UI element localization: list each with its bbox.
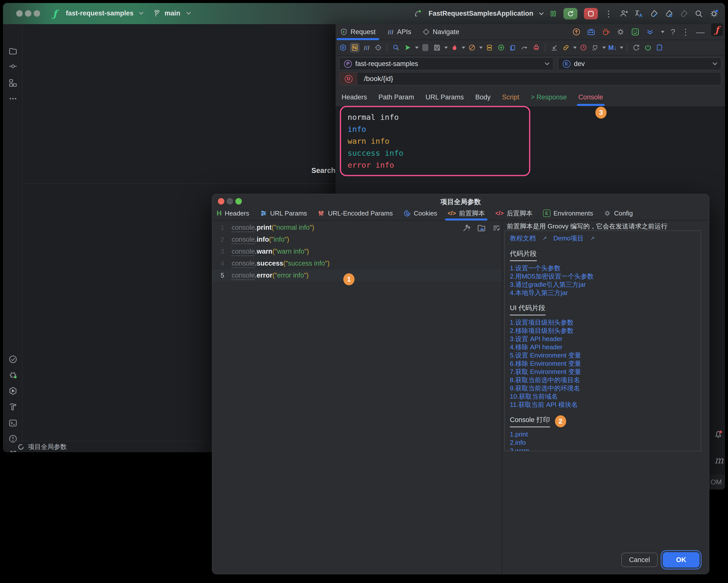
stop-button[interactable] <box>584 8 598 20</box>
import-api-icon[interactable] <box>549 43 559 53</box>
demo-link[interactable]: Demo项目 <box>553 234 583 243</box>
collection-flame-icon[interactable] <box>449 43 460 53</box>
ok-button[interactable]: OK <box>663 552 700 567</box>
tab-script[interactable]: Script <box>502 88 519 106</box>
profiler-run-icon[interactable] <box>650 9 658 18</box>
soft-wrap-icon[interactable] <box>492 223 501 232</box>
project-select[interactable]: P fast-request-samples <box>339 57 554 70</box>
github-sync-icon[interactable] <box>590 43 600 53</box>
dialog-tab-post-script[interactable]: </> 后置脚本 <box>495 206 532 220</box>
add-circle-icon[interactable] <box>496 43 506 53</box>
tab-console[interactable]: Console <box>578 88 603 106</box>
build-tool-icon[interactable] <box>8 402 18 411</box>
dropdown-arrow-icon[interactable] <box>444 47 448 49</box>
help-icon[interactable]: ? <box>671 27 675 37</box>
search-everywhere-icon[interactable] <box>695 9 703 18</box>
copy-link-icon[interactable] <box>561 43 571 53</box>
dialog-tab-headers[interactable]: H Headers <box>217 206 249 220</box>
request-config-icon[interactable] <box>350 43 360 53</box>
clean-cache-icon[interactable] <box>531 43 541 53</box>
snippet-link[interactable]: 1.print <box>510 430 696 439</box>
snippet-link[interactable]: 3.通过gradle引入第三方jar <box>510 281 696 289</box>
history-clock-icon[interactable] <box>578 43 589 53</box>
cancel-button[interactable]: Cancel <box>621 553 658 567</box>
script-code-editor[interactable]: 1 console.print("normal info") 2 console… <box>212 221 502 574</box>
magic-wand-icon[interactable] <box>462 223 471 232</box>
pause-icon[interactable] <box>549 9 557 18</box>
dialog-tab-cookies[interactable]: Cookies <box>404 206 437 220</box>
code-line[interactable]: 4 console.success("success info") <box>212 257 502 269</box>
tab-url-params[interactable]: URL Params <box>425 88 464 106</box>
tab-response[interactable]: > Response <box>531 88 567 106</box>
snippet-link[interactable]: 4.移除 API header <box>510 343 696 351</box>
window-zoom-button[interactable] <box>34 10 40 17</box>
debug-tool-icon[interactable] <box>8 370 18 379</box>
services-tool-icon[interactable] <box>8 386 18 395</box>
locate-api-icon[interactable] <box>373 43 383 53</box>
rerun-button[interactable] <box>564 8 577 20</box>
api-statistics-icon[interactable] <box>362 43 371 53</box>
tab-request[interactable]: Request <box>340 24 376 39</box>
snippet-link[interactable]: 1.设置项目级别头参数 <box>510 318 696 327</box>
snippet-link[interactable]: 7.获取 Environment 变量 <box>510 368 696 376</box>
collapse-layers-icon[interactable] <box>646 28 654 36</box>
dialog-tab-url-params[interactable]: URL Params <box>260 206 307 220</box>
snippet-link[interactable]: 3.warn <box>510 447 696 451</box>
dropdown-arrow-icon[interactable] <box>661 31 665 33</box>
dropdown-arrow-icon[interactable] <box>602 47 606 49</box>
branch-switcher[interactable]: main <box>164 9 180 17</box>
code-line-current[interactable]: 5 console.error("error info") <box>212 269 502 281</box>
doc-link[interactable]: 教程文档 <box>510 234 536 243</box>
search-api-icon[interactable] <box>391 43 401 53</box>
snippet-link[interactable]: 2.移除项目级别头参数 <box>510 327 696 335</box>
wechat-contact-icon[interactable] <box>631 28 640 36</box>
terminal-tool-icon[interactable] <box>8 419 18 427</box>
snippet-link[interactable]: 5.设置 Environment 变量 <box>510 351 696 360</box>
code-with-me-icon[interactable] <box>619 9 628 18</box>
structure-tool-icon[interactable] <box>8 79 18 87</box>
curve-arrow-icon[interactable] <box>520 43 529 53</box>
update-circle-icon[interactable] <box>572 28 581 36</box>
more-actions-menu[interactable]: ⋮ <box>604 9 613 19</box>
dialog-tab-pre-script[interactable]: </> 前置脚本 <box>447 206 485 220</box>
coffee-donate-icon[interactable] <box>602 28 610 36</box>
tab-headers[interactable]: Headers <box>342 88 367 106</box>
markdown-export-icon[interactable]: M↓ <box>607 43 618 53</box>
dialog-tab-url-encoded-params[interactable]: URL-Encoded Params <box>317 206 393 220</box>
code-line[interactable]: 2 console.info("info") <box>212 233 502 245</box>
snippet-link[interactable]: 4.本地导入第三方jar <box>510 289 696 297</box>
maven-tool-icon[interactable]: m <box>714 455 724 466</box>
tab-body[interactable]: Body <box>475 88 491 106</box>
dialog-tab-config[interactable]: Config <box>604 206 633 220</box>
panel-settings-gear-icon[interactable] <box>616 28 625 36</box>
fast-request-logo[interactable]: ƒ <box>711 23 723 36</box>
dropdown-arrow-icon[interactable] <box>462 47 465 49</box>
save-request-icon[interactable] <box>432 43 442 53</box>
dropdown-arrow-icon[interactable] <box>620 47 623 49</box>
code-line[interactable]: 3 console.warn("warn info") <box>212 245 502 257</box>
minimize-panel-icon[interactable]: — <box>696 27 705 37</box>
snippet-link[interactable]: 2.info <box>510 439 696 447</box>
plugin-settings-icon[interactable] <box>338 43 348 53</box>
notifications-bell-icon[interactable] <box>713 429 723 439</box>
snippet-link[interactable]: 8.获取当前选中的项目名 <box>510 376 696 384</box>
snippet-link[interactable]: 2.用MD5加密设置一个头参数 <box>510 272 696 281</box>
dropdown-arrow-icon[interactable] <box>415 47 419 49</box>
project-switcher[interactable]: fast-request-samples <box>66 9 134 17</box>
snippet-link[interactable]: 1.设置一个头参数 <box>510 264 696 272</box>
dialog-tab-environments[interactable]: E Environments <box>543 206 593 220</box>
snippet-link[interactable]: 10.获取当前域名 <box>510 392 696 400</box>
snippet-link[interactable]: 3.设置 API header <box>510 335 696 343</box>
plugin-extension-icon[interactable] <box>655 43 665 53</box>
send-request-icon[interactable] <box>403 43 413 53</box>
environment-select[interactable]: E dev <box>558 57 722 70</box>
tab-navigate[interactable]: Navigate <box>422 24 460 39</box>
project-tool-icon[interactable] <box>8 47 18 56</box>
tab-apis[interactable]: APIs <box>387 24 411 39</box>
power-toggle-icon[interactable] <box>643 43 653 53</box>
code-line[interactable]: 1 console.print("normal info") <box>212 221 502 233</box>
tab-path-param[interactable]: Path Param <box>379 88 414 106</box>
copy-as-curl-icon[interactable] <box>508 43 518 53</box>
refresh-icon[interactable] <box>631 43 641 53</box>
disable-inspection-icon[interactable] <box>467 43 477 53</box>
